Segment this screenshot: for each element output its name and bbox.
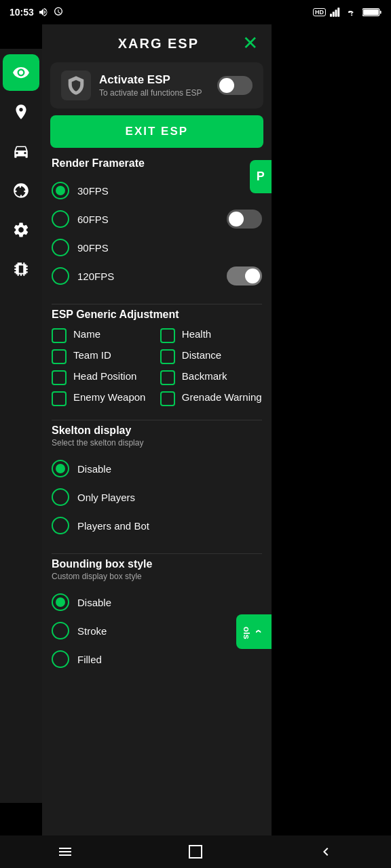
- radio-bbox-filled: [52, 650, 69, 668]
- menu-icon: [57, 844, 73, 860]
- activate-esp-text: Activate ESP To activate all functions E…: [99, 73, 209, 98]
- bbox-option-disable[interactable]: Disable: [52, 588, 262, 616]
- radio-60fps: [52, 210, 69, 228]
- checkbox-health[interactable]: Health: [160, 328, 262, 343]
- sidebar-item-location[interactable]: [3, 94, 39, 130]
- bounding-box-title: Bounding box style: [52, 558, 262, 570]
- radio-30fps: [52, 182, 69, 199]
- skelton-display-section: Skelton display Select the skelton displ…: [42, 425, 272, 549]
- radio-bbox-disable: [52, 593, 69, 611]
- esp-generic-section: ESP Generic Adjustment Name Health Team …: [42, 309, 272, 416]
- radio-120fps: [52, 267, 69, 285]
- checkbox-grenade-warning[interactable]: Grenade Warning: [160, 391, 262, 406]
- sidebar: [0, 49, 42, 803]
- sidebar-item-aim[interactable]: [3, 172, 39, 209]
- esp-icon: [66, 75, 86, 96]
- skelton-display-subtitle: Select the skelton display: [52, 438, 262, 448]
- top-bar: XARG ESP ✕: [42, 24, 272, 62]
- skelton-option-players[interactable]: Only Players: [52, 483, 262, 511]
- fps-option-90[interactable]: 90FPS: [52, 233, 262, 262]
- status-time: 10:53: [10, 7, 64, 18]
- alarm-icon: [53, 7, 64, 18]
- radio-skelton-players: [52, 488, 69, 506]
- exit-esp-button[interactable]: EXIT ESP: [50, 115, 263, 148]
- svg-rect-2: [335, 9, 337, 17]
- sidebar-item-settings[interactable]: [3, 212, 39, 248]
- nav-back-button[interactable]: [312, 838, 339, 865]
- home-icon: [187, 844, 204, 860]
- render-framerate-section: Render Framerate 30FPS 60FPS: [42, 157, 272, 300]
- bottom-nav: [0, 835, 391, 868]
- checkbox-distance[interactable]: Distance: [160, 349, 262, 364]
- nav-menu-button[interactable]: [52, 838, 79, 865]
- radio-bbox-stroke: [52, 622, 69, 639]
- activate-esp-icon: [61, 71, 91, 100]
- checkbox-name[interactable]: Name: [52, 328, 153, 343]
- radio-skelton-disable: [52, 460, 69, 477]
- activate-esp-toggle[interactable]: [217, 76, 253, 95]
- activate-esp-title: Activate ESP: [99, 73, 209, 87]
- status-indicators: HD: [313, 7, 381, 17]
- nav-home-button[interactable]: [182, 838, 209, 865]
- divider-1: [52, 304, 262, 304]
- svg-rect-5: [380, 11, 381, 14]
- back-icon: [318, 844, 334, 860]
- float-right-tools-button[interactable]: ‹ ols: [236, 614, 272, 649]
- checkbox-team-id[interactable]: Team ID: [52, 349, 153, 364]
- svg-rect-3: [337, 7, 339, 17]
- bounding-box-subtitle: Custom display box style: [52, 572, 262, 581]
- fps-60-toggle[interactable]: [227, 210, 262, 229]
- skelton-option-players-bot[interactable]: Players and Bot: [52, 511, 262, 540]
- divider-3: [52, 553, 262, 554]
- checkbox-enemy-weapon[interactable]: Enemy Weapon: [52, 391, 153, 406]
- fps-row-120: 120FPS: [52, 262, 262, 290]
- bbox-option-stroke[interactable]: Stroke: [52, 616, 262, 645]
- battery-icon: [362, 7, 381, 17]
- skelton-option-disable[interactable]: Disable: [52, 454, 262, 483]
- esp-generic-title: ESP Generic Adjustment: [52, 309, 262, 321]
- skelton-display-title: Skelton display: [52, 425, 262, 437]
- radio-90fps: [52, 239, 69, 256]
- app-title: XARG ESP: [75, 36, 242, 52]
- wifi-icon: [346, 7, 358, 17]
- divider-2: [52, 420, 262, 420]
- checkbox-backmark[interactable]: Backmark: [160, 370, 262, 385]
- activate-esp-subtitle: To activate all functions ESP: [99, 88, 209, 98]
- sidebar-item-vehicle[interactable]: [3, 133, 39, 170]
- render-framerate-title: Render Framerate: [52, 157, 262, 170]
- sidebar-item-eye[interactable]: [3, 54, 39, 91]
- esp-generic-grid: Name Health Team ID Distance: [52, 328, 262, 406]
- float-right-p-button[interactable]: P: [250, 160, 272, 193]
- svg-rect-0: [330, 14, 332, 17]
- sidebar-item-chip[interactable]: [3, 251, 39, 288]
- mute-icon: [38, 7, 49, 18]
- radio-skelton-players-bot: [52, 517, 69, 534]
- main-panel: XARG ESP ✕ Activate ESP To activate all …: [42, 24, 272, 835]
- svg-rect-6: [363, 9, 379, 16]
- close-button[interactable]: ✕: [242, 34, 258, 53]
- status-bar: 10:53 HD: [0, 0, 391, 24]
- checkbox-head-position[interactable]: Head Position: [52, 370, 153, 385]
- svg-rect-1: [333, 12, 335, 17]
- fps-row-60: 60FPS: [52, 205, 262, 233]
- signal-icon: [330, 7, 342, 17]
- bbox-option-filled[interactable]: Filled: [52, 645, 262, 673]
- fps-120-toggle[interactable]: [227, 267, 262, 285]
- activate-esp-card: Activate ESP To activate all functions E…: [50, 62, 263, 108]
- fps-option-30[interactable]: 30FPS: [52, 176, 262, 205]
